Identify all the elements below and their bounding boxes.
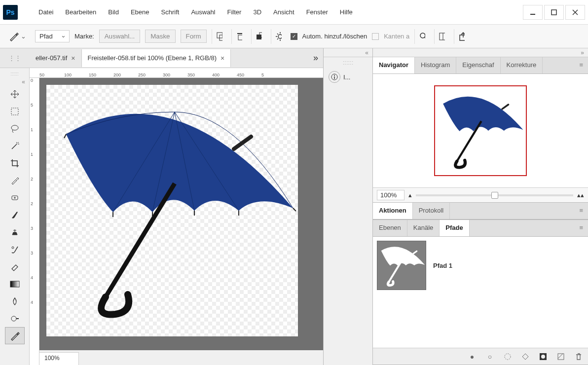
navigator-thumbnail[interactable] <box>434 85 527 176</box>
navigator-preview[interactable] <box>373 74 588 187</box>
document-tab-2[interactable]: Freisteller-058.tif bei 100% (Ebene 1, R… <box>82 49 231 67</box>
document-canvas[interactable] <box>46 85 298 336</box>
gradient-tool[interactable] <box>5 275 25 292</box>
tab-navigator[interactable]: Navigator <box>373 57 415 73</box>
collapse-right-icon[interactable]: » <box>581 49 584 56</box>
menu-ebene[interactable]: Ebene <box>125 5 155 19</box>
status-zoom[interactable]: 100% <box>39 352 79 365</box>
quickshare-icon[interactable] <box>434 29 449 44</box>
add-mask-icon[interactable] <box>539 352 548 361</box>
panel-menu-icon[interactable]: ≡ <box>574 57 588 73</box>
tab-protokoll[interactable]: Protokoll <box>413 203 450 219</box>
path-name[interactable]: Pfad 1 <box>433 262 452 269</box>
pen-tool[interactable] <box>5 327 25 344</box>
path-operations-icon[interactable] <box>212 29 226 44</box>
zoom-slider[interactable] <box>416 194 573 196</box>
blur-tool[interactable] <box>5 292 25 310</box>
window-controls <box>521 5 585 20</box>
close-button[interactable] <box>565 5 585 20</box>
path-arrange-icon[interactable] <box>251 29 266 44</box>
eyedropper-tool[interactable] <box>5 172 25 189</box>
menu-fenster[interactable]: Fenster <box>300 5 334 19</box>
document-tab-1[interactable]: eller-057.tif × <box>30 49 82 67</box>
dodge-tool[interactable] <box>5 310 25 327</box>
tools-panel: :::::: « <box>0 68 30 365</box>
document-viewport[interactable] <box>39 78 323 350</box>
path-to-selection-icon[interactable] <box>503 352 512 361</box>
svg-rect-59 <box>558 354 564 360</box>
share-icon[interactable] <box>454 29 469 44</box>
history-brush-tool[interactable] <box>5 241 25 258</box>
navigator-zoom-input[interactable]: 100% <box>377 190 404 200</box>
menu-datei[interactable]: Datei <box>33 5 59 19</box>
brush-tool[interactable] <box>5 206 25 223</box>
gear-icon[interactable] <box>271 29 286 44</box>
svg-point-58 <box>541 355 545 359</box>
stroke-path-icon[interactable]: ○ <box>485 352 494 361</box>
menu-schrift[interactable]: Schrift <box>155 5 185 19</box>
tab-kanaele[interactable]: Kanäle <box>407 220 440 236</box>
auto-add-checkbox[interactable]: ✓ <box>291 33 297 40</box>
marquee-tool[interactable] <box>5 103 25 120</box>
menu-bild[interactable]: Bild <box>102 5 125 19</box>
info-panel-collapsed[interactable]: I... <box>324 67 372 87</box>
menu-filter[interactable]: Filter <box>221 5 248 19</box>
toolbar-collapse-icon[interactable]: « <box>22 78 25 85</box>
path-row[interactable]: Pfad 1 <box>377 241 584 290</box>
tab-aktionen[interactable]: Aktionen <box>373 203 413 219</box>
make-mask-button[interactable]: Maske <box>145 30 175 43</box>
zoom-in-icon[interactable]: ▴▴ <box>577 191 584 199</box>
svg-rect-8 <box>257 35 261 39</box>
edges-label: Kanten a <box>384 33 409 40</box>
menu-3d[interactable]: 3D <box>247 5 267 19</box>
collapse-left-icon[interactable]: « <box>365 49 368 56</box>
toolbar-grip-icon[interactable]: :::::: <box>10 71 19 76</box>
menu-hilfe[interactable]: Hilfe <box>334 5 359 19</box>
make-selection-button[interactable]: Auswahl... <box>99 30 141 43</box>
path-thumbnail[interactable] <box>377 241 426 290</box>
menu-bar: Datei Bearbeiten Bild Ebene Schrift Ausw… <box>33 5 359 19</box>
panel-menu-icon[interactable]: ≡ <box>574 220 588 236</box>
menu-auswahl[interactable]: Auswahl <box>185 5 221 19</box>
crop-tool[interactable] <box>5 154 25 172</box>
clone-stamp-tool[interactable] <box>5 223 25 241</box>
search-icon[interactable] <box>414 29 429 44</box>
new-path-icon[interactable] <box>556 352 565 361</box>
move-tool[interactable] <box>5 85 25 103</box>
menu-bearbeiten[interactable]: Bearbeiten <box>59 5 102 19</box>
maximize-button[interactable] <box>544 5 564 20</box>
svg-line-26 <box>12 144 17 149</box>
tab-histogram[interactable]: Histogram <box>415 57 456 73</box>
ruler-vertical[interactable]: 0511223344 <box>30 78 39 365</box>
close-tab-icon[interactable]: × <box>71 54 75 62</box>
panel-menu-icon[interactable]: ≡ <box>574 203 588 219</box>
tab-grip-icon[interactable]: ⋮⋮ <box>0 54 30 62</box>
magic-wand-tool[interactable] <box>5 137 25 154</box>
tab-ebenen[interactable]: Ebenen <box>373 220 407 236</box>
tabs-overflow-icon[interactable]: » <box>308 53 323 63</box>
healing-brush-tool[interactable] <box>5 189 25 206</box>
tab-pfade[interactable]: Pfade <box>440 220 469 236</box>
close-tab-icon[interactable]: × <box>220 54 224 62</box>
active-tool-indicator[interactable]: ⌄ <box>5 30 30 43</box>
edges-checkbox[interactable] <box>372 33 379 40</box>
eraser-tool[interactable] <box>5 258 25 275</box>
svg-rect-24 <box>11 108 18 115</box>
panel-grip-icon[interactable]: :::::: <box>324 57 372 67</box>
info-panel-label: I... <box>343 73 350 81</box>
svg-line-48 <box>293 208 296 211</box>
minimize-button[interactable] <box>523 5 543 20</box>
path-align-icon[interactable] <box>231 29 246 44</box>
ruler-horizontal[interactable]: 501001502002503003504004505 <box>30 68 323 78</box>
delete-path-icon[interactable] <box>574 352 583 361</box>
zoom-out-icon[interactable]: ▴ <box>408 191 412 199</box>
pen-mode-select[interactable]: Pfad <box>35 30 70 42</box>
selection-to-path-icon[interactable] <box>521 352 530 361</box>
menu-ansicht[interactable]: Ansicht <box>267 5 300 19</box>
tab-adjustments[interactable]: Korrekture <box>501 57 543 73</box>
tab-properties[interactable]: Eigenschaf <box>456 57 500 73</box>
make-shape-button[interactable]: Form <box>181 30 207 43</box>
fill-path-icon[interactable]: ● <box>468 352 477 361</box>
lasso-tool[interactable] <box>5 120 25 137</box>
zoom-slider-thumb[interactable] <box>491 192 498 199</box>
